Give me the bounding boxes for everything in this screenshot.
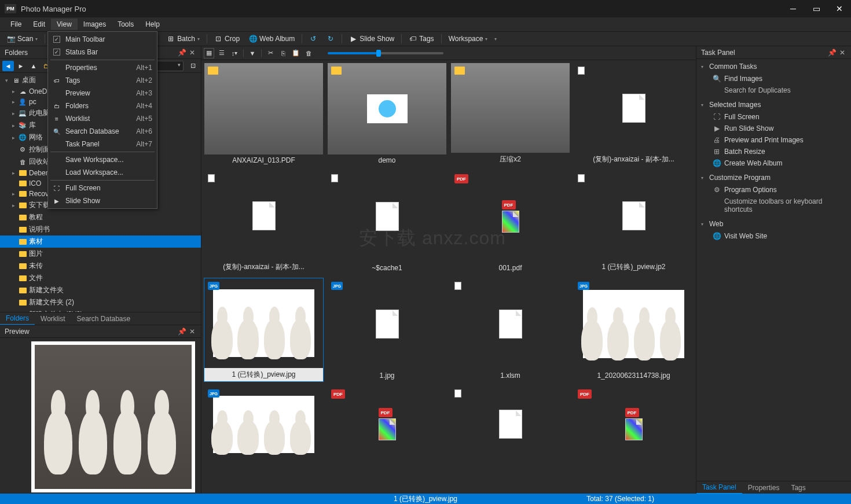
thumbnail[interactable]: (复制)-anxaizai - 副本-加... xyxy=(204,170,324,274)
menu-item-load-workspace-[interactable]: Load Workspace... xyxy=(48,166,157,179)
thumbnail[interactable]: JPG xyxy=(204,385,324,466)
nav-up-button[interactable]: ▲ xyxy=(28,61,39,71)
task-item[interactable]: ⊞Batch Resize xyxy=(700,146,848,157)
view-list-button[interactable]: ☰ xyxy=(217,48,227,58)
task-item[interactable]: Customize toolbars or keyboard shortcuts xyxy=(700,196,848,215)
thumbnail[interactable]: PDFPDF001.pdf xyxy=(450,170,570,274)
task-section-header[interactable]: ▾Common Tasks xyxy=(700,60,848,73)
thumbnail[interactable] xyxy=(450,385,570,466)
webalbum-button[interactable]: 🌐Web Album xyxy=(247,34,297,44)
menubar: FileEditViewImagesToolsHelp xyxy=(0,17,851,31)
cut-button[interactable]: ✂ xyxy=(265,48,276,58)
paste-button[interactable]: 📋 xyxy=(291,48,301,58)
tree-node[interactable]: 说明书 xyxy=(0,223,201,236)
statusbar: 1 (已转换)_pview.jpg Total: 37 (Selected: 1… xyxy=(0,494,851,504)
tree-node[interactable]: 文件 xyxy=(0,272,201,284)
batch-button[interactable]: ⊞Batch▾ xyxy=(164,34,202,44)
menu-item-worklist[interactable]: ≡WorklistAlt+5 xyxy=(48,112,157,125)
close-panel-icon[interactable]: ✕ xyxy=(188,49,196,57)
thumbnail[interactable]: demo xyxy=(327,62,447,167)
tree-node[interactable]: 图片 xyxy=(0,248,201,260)
thumbnail[interactable]: ~$cache1 xyxy=(327,170,447,274)
left-tab-search-database[interactable]: Search Database xyxy=(71,313,136,325)
task-section-header[interactable]: ▾Web xyxy=(700,218,848,230)
menu-item-main-toolbar[interactable]: ✓Main Toolbar xyxy=(48,33,157,46)
zoom-slider[interactable] xyxy=(328,52,443,54)
minimize-button[interactable]: ─ xyxy=(782,0,805,17)
thumbnail[interactable]: PDFPDF xyxy=(327,385,447,466)
thumbnail[interactable]: 压缩x2 xyxy=(450,62,570,167)
thumbnail[interactable]: JPG1 (已转换)_pview.jpg xyxy=(204,278,324,382)
menu-help[interactable]: Help xyxy=(140,19,166,30)
right-tabs: Task PanelPropertiesTags xyxy=(696,481,851,494)
tree-node[interactable]: 素材 xyxy=(0,236,201,248)
menu-images[interactable]: Images xyxy=(78,19,112,30)
menu-item-save-workspace-[interactable]: Save Workspace... xyxy=(48,153,157,166)
task-item[interactable]: 🔍Find Images xyxy=(700,73,848,84)
menu-item-full-screen[interactable]: ⛶Full Screen xyxy=(48,182,157,194)
tags-button[interactable]: 🏷Tags xyxy=(406,34,436,44)
thumbnail[interactable]: JPG1_20200623114738.jpg xyxy=(574,278,694,382)
menu-view[interactable]: View xyxy=(51,19,78,30)
menu-item-task-panel[interactable]: Task PanelAlt+7 xyxy=(48,138,157,150)
task-section-header[interactable]: ▾Customize Program xyxy=(700,171,848,184)
nav-extra-button[interactable]: ⊡ xyxy=(187,61,199,71)
pin-icon[interactable]: 📌 xyxy=(178,49,186,57)
task-pin-icon[interactable]: 📌 xyxy=(828,49,836,57)
rotate-left-button[interactable]: ↺ xyxy=(307,34,320,44)
thumbnail[interactable]: (复制)-anxaizai - 副本-加... xyxy=(574,62,694,167)
left-tab-folders[interactable]: Folders xyxy=(0,312,35,325)
rotate-right-button[interactable]: ↻ xyxy=(324,34,337,44)
delete-button[interactable]: 🗑 xyxy=(303,48,314,58)
task-item[interactable]: ⛶Full Screen xyxy=(700,111,848,123)
tree-node[interactable]: 新建文件夹 (2) xyxy=(0,296,201,308)
right-tab-task-panel[interactable]: Task Panel xyxy=(696,481,742,494)
left-tab-worklist[interactable]: Worklist xyxy=(35,313,71,325)
view-large-icons-button[interactable]: ▦ xyxy=(204,48,214,58)
task-close-icon[interactable]: ✕ xyxy=(838,49,846,57)
task-panel-title: Task Panel xyxy=(701,49,735,57)
scan-button[interactable]: 📷Scan▾ xyxy=(5,34,40,44)
menu-item-folders[interactable]: 🗀FoldersAlt+4 xyxy=(48,100,157,112)
task-item[interactable]: 🖨Preview and Print Images xyxy=(700,134,848,146)
filter-button[interactable]: ▼ xyxy=(247,48,258,58)
nav-back-button[interactable]: ◄ xyxy=(2,61,14,71)
menu-item-status-bar[interactable]: ✓Status Bar xyxy=(48,46,157,58)
menu-item-properties[interactable]: PropertiesAlt+1 xyxy=(48,61,157,74)
right-tab-tags[interactable]: Tags xyxy=(785,482,811,494)
thumbnail[interactable]: JPG1.jpg xyxy=(327,278,447,382)
task-item[interactable]: ▶Run Slide Show xyxy=(700,123,848,134)
menu-tools[interactable]: Tools xyxy=(112,19,140,30)
task-item[interactable]: 🌐Visit Web Site xyxy=(700,230,848,242)
task-item[interactable]: Search for Duplicates xyxy=(700,84,848,96)
thumbnail[interactable]: PDFPDF xyxy=(574,385,694,466)
menu-item-search-database[interactable]: 🔍Search DatabaseAlt+6 xyxy=(48,125,157,138)
tree-node[interactable]: 未传 xyxy=(0,260,201,272)
slideshow-button[interactable]: ▶Slide Show xyxy=(347,34,397,44)
preview-close-icon[interactable]: ✕ xyxy=(188,328,196,336)
menu-item-preview[interactable]: PreviewAlt+3 xyxy=(48,87,157,100)
right-tab-properties[interactable]: Properties xyxy=(742,482,786,494)
preview-pin-icon[interactable]: 📌 xyxy=(178,328,186,336)
menu-item-tags[interactable]: 🏷TagsAlt+2 xyxy=(48,74,157,87)
thumbnail[interactable]: 1 (已转换)_pview.jp2 xyxy=(574,170,694,274)
menu-file[interactable]: File xyxy=(5,19,27,30)
nav-forward-button[interactable]: ► xyxy=(15,61,27,71)
task-item[interactable]: ⚙Program Options xyxy=(700,184,848,196)
app-logo: PM xyxy=(5,4,16,13)
folders-panel-title: Folders xyxy=(5,49,28,57)
crop-button[interactable]: ⊡Crop xyxy=(212,34,242,44)
workspace-button[interactable]: Workspace▾ xyxy=(446,34,490,44)
close-button[interactable]: ✕ xyxy=(828,0,851,17)
task-item[interactable]: 🌐Create Web Album xyxy=(700,157,848,169)
menu-item-slide-show[interactable]: ▶Slide Show xyxy=(48,194,157,207)
maximize-button[interactable]: ▭ xyxy=(805,0,828,17)
task-section-header[interactable]: ▾Selected Images xyxy=(700,98,848,111)
menu-edit[interactable]: Edit xyxy=(27,19,51,30)
thumbnail[interactable]: ANXAIZAI_013.PDF xyxy=(204,62,324,167)
thumbnail[interactable]: 1.xlsm xyxy=(450,278,570,382)
tree-node[interactable]: 新建文件夹 xyxy=(0,284,201,296)
copy-button[interactable]: ⎘ xyxy=(278,48,288,58)
sort-button[interactable]: ↕▾ xyxy=(229,48,240,58)
tree-node[interactable]: 教程 xyxy=(0,211,201,223)
